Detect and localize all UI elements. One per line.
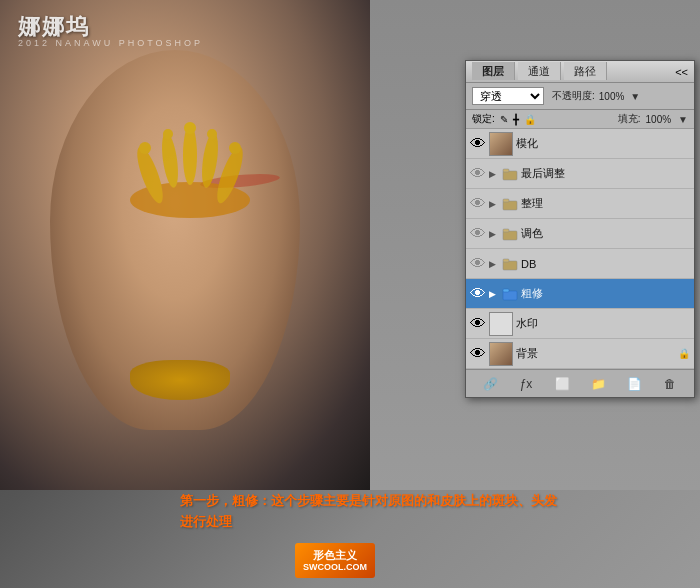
svg-point-10	[229, 142, 241, 154]
svg-rect-16	[503, 229, 509, 232]
fill-label: 填充:	[618, 112, 641, 126]
layer-item-db[interactable]: 👁 ▶ DB	[466, 249, 694, 279]
yellow-paint	[90, 120, 290, 240]
instruction-line1: 第一步，粗修：这个步骤主要是针对原图的和皮肤上的斑块、头发	[180, 491, 557, 512]
add-mask-btn[interactable]: ⬜	[553, 375, 571, 393]
layer-item-mohua[interactable]: 👁 模化	[466, 129, 694, 159]
panel-controls: 穿透 不透明度: 100% ▼	[466, 83, 694, 110]
layer-name-shuiyin: 水印	[516, 316, 690, 331]
lock-all-icon[interactable]: 🔒	[524, 114, 536, 125]
layers-list: 👁 模化 👁 ▶ 最后调整 👁 ▶	[466, 129, 694, 369]
lips-area	[130, 360, 230, 400]
visibility-icon-zuihou[interactable]: 👁	[470, 166, 486, 182]
svg-point-4	[199, 131, 221, 188]
layer-name-tiaose: 调色	[521, 226, 690, 241]
panel-titlebar: 图层 通道 路径 <<	[466, 61, 694, 83]
layer-item-shuiyin[interactable]: 👁 水印	[466, 309, 694, 339]
lock-label: 锁定:	[472, 112, 495, 126]
lock-badge-beijing: 🔒	[678, 348, 690, 359]
blend-mode-select[interactable]: 穿透	[472, 87, 544, 105]
layer-name-beijing: 背景	[516, 346, 675, 361]
layer-name-cuxiu: 粗修	[521, 286, 690, 301]
layer-item-cuxiu[interactable]: 👁 ▶ 粗修	[466, 279, 694, 309]
visibility-icon-zhengli[interactable]: 👁	[470, 196, 486, 212]
tab-channels[interactable]: 通道	[518, 62, 561, 80]
link-layers-btn[interactable]: 🔗	[481, 375, 499, 393]
expand-arrow-db[interactable]: ▶	[489, 259, 499, 269]
folder-icon-tiaose	[502, 227, 518, 241]
arrow-icon[interactable]: ▼	[630, 91, 640, 102]
svg-rect-13	[503, 201, 517, 210]
delete-layer-btn[interactable]: 🗑	[661, 375, 679, 393]
layer-item-tiaose[interactable]: 👁 ▶ 调色	[466, 219, 694, 249]
layer-name-db: DB	[521, 258, 690, 270]
visibility-icon-beijing[interactable]: 👁	[470, 346, 486, 362]
expand-arrow-cuxiu[interactable]: ▶	[489, 289, 499, 299]
layer-name-mohua: 模化	[516, 136, 690, 151]
layer-item-zhengli[interactable]: 👁 ▶ 整理	[466, 189, 694, 219]
svg-point-8	[184, 122, 196, 134]
visibility-icon-mohua[interactable]: 👁	[470, 136, 486, 152]
fill-arrow-icon[interactable]: ▼	[678, 114, 688, 125]
layers-panel: 图层 通道 路径 << 穿透 不透明度: 100% ▼ 锁定: ✎ ╋ 🔒 填充…	[465, 60, 695, 398]
svg-rect-17	[503, 261, 517, 270]
panel-tabs-row: 图层 通道 路径	[472, 64, 607, 79]
swcool-watermark: 形色主义 SWCOOL.COM	[295, 543, 375, 578]
folder-icon-zhengli	[502, 197, 518, 211]
opacity-label: 不透明度:	[552, 89, 595, 103]
lock-row: 锁定: ✎ ╋ 🔒 填充: 100% ▼	[466, 110, 694, 129]
svg-point-9	[207, 129, 217, 139]
layer-thumb-shuiyin	[489, 312, 513, 336]
svg-rect-18	[503, 259, 509, 262]
expand-arrow-zuihou[interactable]: ▶	[489, 169, 499, 179]
instruction-text: 第一步，粗修：这个步骤主要是针对原图的和皮肤上的斑块、头发 进行处理	[180, 491, 557, 533]
layer-thumb-beijing	[489, 342, 513, 366]
expand-arrow-tiaose[interactable]: ▶	[489, 229, 499, 239]
tab-layers[interactable]: 图层	[472, 62, 515, 80]
swcool-text: 形色主义 SWCOOL.COM	[303, 548, 367, 574]
main-canvas: 娜娜坞 2012 NANAWU PHOTOSHOP 图层 通道 路径 << 穿透…	[0, 0, 700, 588]
panel-footer: 🔗 ƒx ⬜ 📁 📄 🗑	[466, 369, 694, 397]
folder-icon-zuihou	[502, 167, 518, 181]
folder-icon-db	[502, 257, 518, 271]
svg-rect-14	[503, 199, 509, 202]
lock-move-icon[interactable]: ╋	[513, 114, 519, 125]
svg-rect-12	[503, 169, 509, 172]
svg-rect-20	[503, 289, 509, 292]
layer-name-zuihou: 最后调整	[521, 166, 690, 181]
new-group-btn[interactable]: 📁	[589, 375, 607, 393]
tab-paths[interactable]: 路径	[564, 62, 607, 80]
svg-rect-19	[503, 291, 517, 300]
visibility-icon-cuxiu[interactable]: 👁	[470, 286, 486, 302]
layer-name-zhengli: 整理	[521, 196, 690, 211]
opacity-value: 100%	[599, 91, 625, 102]
svg-point-6	[139, 142, 151, 154]
svg-rect-15	[503, 231, 517, 240]
layer-item-zuihou[interactable]: 👁 ▶ 最后调整	[466, 159, 694, 189]
svg-point-7	[163, 129, 173, 139]
layer-item-beijing[interactable]: 👁 背景 🔒	[466, 339, 694, 369]
svg-point-2	[159, 131, 181, 188]
add-style-btn[interactable]: ƒx	[517, 375, 535, 393]
expand-arrow-zhengli[interactable]: ▶	[489, 199, 499, 209]
fill-value: 100%	[646, 114, 672, 125]
visibility-icon-shuiyin[interactable]: 👁	[470, 316, 486, 332]
new-layer-btn[interactable]: 📄	[625, 375, 643, 393]
svg-rect-11	[503, 171, 517, 180]
portrait-photo	[0, 0, 380, 490]
visibility-icon-db[interactable]: 👁	[470, 256, 486, 272]
visibility-icon-tiaose[interactable]: 👁	[470, 226, 486, 242]
brand-subtitle: 2012 NANAWU PHOTOSHOP	[18, 38, 203, 48]
lock-edit-icon[interactable]: ✎	[500, 114, 508, 125]
folder-icon-cuxiu	[502, 287, 518, 301]
layer-thumb-mohua	[489, 132, 513, 156]
instruction-line2: 进行处理	[180, 512, 557, 533]
panel-collapse-btn[interactable]: <<	[675, 66, 688, 78]
